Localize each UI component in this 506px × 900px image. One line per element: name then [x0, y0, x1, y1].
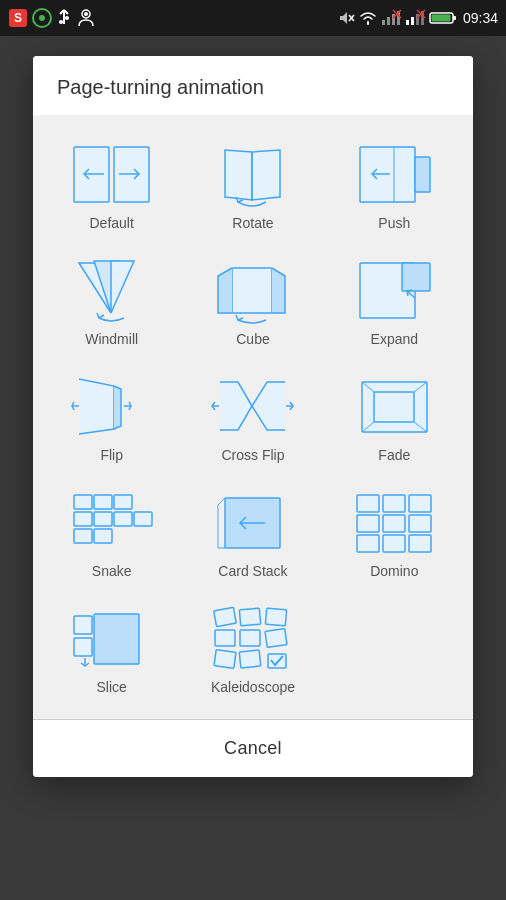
cube-icon — [208, 255, 298, 325]
domino-icon — [349, 487, 439, 557]
svg-rect-36 — [415, 157, 430, 192]
svg-rect-58 — [94, 529, 112, 543]
svg-rect-59 — [74, 512, 92, 526]
svg-rect-37 — [232, 268, 272, 313]
svg-rect-84 — [214, 649, 236, 668]
snake-label: Snake — [92, 563, 132, 579]
animation-item-kaleidoscope[interactable]: Kaleidoscope — [182, 591, 323, 707]
svg-line-62 — [218, 498, 225, 505]
expand-icon — [349, 255, 439, 325]
cancel-button[interactable]: Cancel — [33, 720, 473, 777]
default-label: Default — [89, 215, 133, 231]
slice-label: Slice — [96, 679, 126, 695]
animation-item-flip[interactable]: Flip — [41, 359, 182, 475]
svg-point-10 — [84, 12, 88, 16]
rotate-label: Rotate — [232, 215, 273, 231]
kaleidoscope-icon — [208, 603, 298, 673]
expand-label: Expand — [371, 331, 418, 347]
svg-rect-83 — [265, 628, 287, 647]
animation-dialog: Page-turning animation — [33, 56, 473, 777]
status-bar-right-icons: 09:34 — [339, 10, 498, 26]
svg-rect-71 — [357, 535, 379, 552]
dialog-footer: Cancel — [33, 720, 473, 777]
signal1-icon — [381, 10, 401, 26]
rotate-icon — [208, 139, 298, 209]
svg-rect-13 — [382, 20, 385, 25]
svg-rect-68 — [357, 515, 379, 532]
windmill-icon — [67, 255, 157, 325]
svg-rect-82 — [240, 630, 260, 646]
snake-icon — [67, 487, 157, 557]
svg-point-3 — [39, 15, 45, 21]
animation-item-push[interactable]: Push — [324, 127, 465, 243]
domino-label: Domino — [370, 563, 418, 579]
svg-rect-51 — [74, 495, 92, 509]
dialog-content: Default — [33, 115, 473, 719]
svg-rect-76 — [74, 638, 92, 656]
svg-rect-73 — [409, 535, 431, 552]
card-stack-icon — [208, 487, 298, 557]
svg-rect-57 — [74, 529, 92, 543]
flip-icon — [67, 371, 157, 441]
windmill-label: Windmill — [85, 331, 138, 347]
animation-item-cube[interactable]: Cube — [182, 243, 323, 359]
app-icon-2 — [32, 8, 52, 28]
svg-rect-26 — [453, 16, 456, 20]
svg-rect-39 — [402, 263, 430, 291]
battery-icon — [429, 10, 457, 26]
slice-icon — [67, 603, 157, 673]
svg-point-8 — [65, 16, 69, 20]
svg-rect-79 — [240, 608, 261, 626]
animation-item-rotate[interactable]: Rotate — [182, 127, 323, 243]
animation-item-cross-flip[interactable]: Cross Flip — [182, 359, 323, 475]
svg-rect-65 — [357, 495, 379, 512]
cross-flip-label: Cross Flip — [221, 447, 284, 463]
animation-item-default[interactable]: Default — [41, 127, 182, 243]
svg-rect-72 — [383, 535, 405, 552]
wifi-icon — [359, 10, 377, 26]
animation-grid: Default — [41, 127, 465, 707]
svg-text:S: S — [14, 11, 22, 25]
animation-item-snake[interactable]: Snake — [41, 475, 182, 591]
svg-rect-54 — [94, 512, 112, 526]
flip-label: Flip — [100, 447, 123, 463]
svg-point-7 — [59, 20, 63, 24]
animation-item-card-stack[interactable]: Card Stack — [182, 475, 323, 591]
cube-label: Cube — [236, 331, 269, 347]
animation-item-expand[interactable]: Expand — [324, 243, 465, 359]
character-icon — [76, 8, 96, 28]
mute-icon — [339, 10, 355, 26]
animation-item-fade[interactable]: Fade — [324, 359, 465, 475]
clock: 09:34 — [463, 10, 498, 26]
svg-rect-70 — [409, 515, 431, 532]
svg-rect-74 — [94, 614, 139, 664]
kaleidoscope-label: Kaleidoscope — [211, 679, 295, 695]
card-stack-label: Card Stack — [218, 563, 287, 579]
status-bar-left-icons: S — [8, 8, 96, 28]
push-icon — [349, 139, 439, 209]
svg-rect-69 — [383, 515, 405, 532]
dialog-overlay: Page-turning animation — [0, 36, 506, 900]
svg-rect-67 — [409, 495, 431, 512]
svg-rect-53 — [114, 495, 132, 509]
svg-rect-14 — [387, 17, 390, 25]
fade-icon — [349, 371, 439, 441]
svg-rect-55 — [114, 512, 132, 526]
animation-item-windmill[interactable]: Windmill — [41, 243, 182, 359]
svg-rect-80 — [266, 608, 287, 626]
svg-rect-78 — [214, 607, 236, 626]
animation-item-domino[interactable]: Domino — [324, 475, 465, 591]
svg-rect-85 — [240, 649, 262, 667]
animation-item-slice[interactable]: Slice — [41, 591, 182, 707]
push-label: Push — [378, 215, 410, 231]
svg-rect-52 — [94, 495, 112, 509]
status-bar: S — [0, 0, 506, 36]
dialog-title: Page-turning animation — [33, 56, 473, 115]
svg-rect-20 — [411, 17, 414, 25]
cross-flip-icon — [208, 371, 298, 441]
svg-rect-56 — [134, 512, 152, 526]
usb-icon — [56, 8, 72, 28]
svg-rect-19 — [406, 20, 409, 25]
signal2-icon — [405, 10, 425, 26]
app-icon-1: S — [8, 8, 28, 28]
